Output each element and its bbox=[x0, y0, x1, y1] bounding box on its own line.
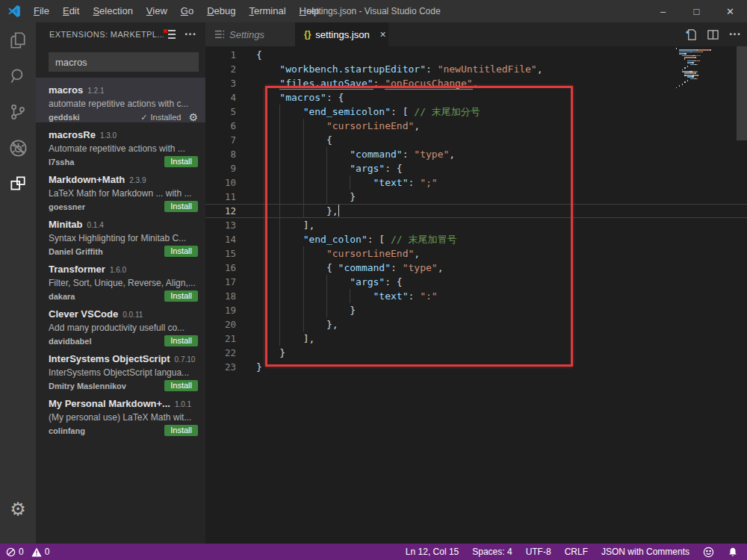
open-changes-icon[interactable] bbox=[686, 29, 697, 40]
code-line: 12 }, bbox=[205, 204, 747, 218]
search-icon[interactable] bbox=[0, 58, 36, 94]
vscode-logo-icon bbox=[7, 4, 21, 18]
menu-view[interactable]: View bbox=[140, 0, 174, 22]
code-token: , bbox=[414, 248, 420, 259]
extension-title-row: Minitab0.1.4 bbox=[49, 217, 198, 231]
debug-disabled-icon[interactable] bbox=[0, 130, 36, 166]
tab-close-icon[interactable]: × bbox=[380, 28, 386, 40]
code-token: : bbox=[409, 177, 421, 188]
extension-item[interactable]: macrosRe1.3.0Automate repetitive actions… bbox=[36, 122, 205, 167]
extension-version: 0.7.10 bbox=[175, 355, 196, 364]
minimap-token bbox=[679, 85, 680, 87]
warning-icon[interactable] bbox=[31, 547, 42, 557]
extension-footer-row: dakaraInstall bbox=[49, 290, 198, 302]
install-button[interactable]: Install bbox=[164, 335, 198, 346]
menu-go[interactable]: Go bbox=[174, 0, 200, 22]
install-button[interactable]: Install bbox=[164, 201, 198, 212]
manage-gear-icon[interactable]: ⚙ bbox=[0, 496, 36, 523]
code-token: : { bbox=[326, 92, 344, 103]
install-button[interactable]: Install bbox=[164, 380, 198, 391]
close-window-button[interactable]: ✕ bbox=[713, 0, 747, 22]
indent-guide bbox=[279, 332, 280, 346]
line-number: 20 bbox=[205, 317, 256, 332]
installed-label: Installed bbox=[150, 113, 181, 122]
code-token bbox=[256, 63, 279, 75]
explorer-icon[interactable] bbox=[0, 22, 36, 58]
code-line: 20 }, bbox=[205, 317, 747, 332]
code-token: { bbox=[326, 134, 332, 146]
indent-guide bbox=[279, 204, 280, 218]
install-button[interactable]: Install bbox=[164, 290, 198, 302]
notifications-bell-icon[interactable] bbox=[728, 547, 738, 558]
menu-file[interactable]: File bbox=[27, 0, 56, 22]
extension-search-input[interactable] bbox=[49, 52, 199, 72]
code-text: { bbox=[256, 48, 747, 62]
install-button[interactable]: Install bbox=[164, 425, 198, 436]
line-number: 12 bbox=[205, 204, 256, 218]
minimap[interactable] bbox=[676, 48, 736, 89]
code-text: "workbench.startupEditor": "newUntitledF… bbox=[256, 62, 747, 76]
extension-item[interactable]: Clever VSCode0.0.11Add many productivity… bbox=[36, 302, 205, 346]
code-token: , bbox=[473, 78, 479, 89]
clear-extension-filter-icon[interactable] bbox=[164, 29, 176, 40]
language-mode[interactable]: JSON with Comments bbox=[601, 547, 689, 557]
code-token: "newUntitledFile" bbox=[438, 63, 537, 75]
indent-guide bbox=[326, 190, 327, 204]
indent-guide bbox=[303, 303, 304, 317]
eol-sequence[interactable]: CRLF bbox=[565, 547, 588, 557]
menu-terminal[interactable]: Terminal bbox=[242, 0, 292, 22]
maximize-button[interactable]: □ bbox=[680, 0, 713, 22]
feedback-smiley-icon[interactable] bbox=[703, 547, 714, 558]
code-text: } bbox=[256, 303, 747, 317]
menu-help[interactable]: Help bbox=[293, 0, 326, 22]
encoding[interactable]: UTF-8 bbox=[526, 547, 551, 557]
sidebar-header: EXTENSIONS: MARKETPL... ··· bbox=[36, 22, 205, 46]
extension-item[interactable]: Transformer1.6.0Filter, Sort, Unique, Re… bbox=[36, 257, 205, 302]
indentation[interactable]: Spaces: 4 bbox=[472, 547, 512, 557]
code-token: "cursorLineEnd" bbox=[326, 120, 414, 131]
line-number: 9 bbox=[205, 161, 256, 175]
extension-description: Add many productivity usefull co... bbox=[49, 323, 198, 333]
source-control-icon[interactable] bbox=[0, 94, 36, 130]
editor-more-actions-icon[interactable]: ··· bbox=[729, 28, 741, 41]
indent-guide bbox=[279, 190, 280, 204]
extension-description: Syntax Highlighting for Minitab C... bbox=[49, 233, 198, 243]
menu-edit[interactable]: Edit bbox=[56, 0, 86, 22]
extension-item[interactable]: My Personal Markdown+...1.0.1(My persona… bbox=[36, 391, 205, 436]
extension-item[interactable]: Markdown+Math2.3.9LaTeX Math for Markdow… bbox=[36, 167, 205, 212]
code-editor[interactable]: 1{2 "workbench.startupEditor": "newUntit… bbox=[205, 46, 747, 544]
split-editor-icon[interactable] bbox=[707, 29, 719, 40]
more-actions-icon[interactable]: ··· bbox=[185, 28, 196, 41]
minimize-button[interactable]: – bbox=[646, 0, 680, 22]
status-right: Ln 12, Col 15 Spaces: 4 UTF-8 CRLF JSON … bbox=[406, 547, 747, 558]
extension-item[interactable]: Minitab0.1.4Syntax Highlighting for Mini… bbox=[36, 212, 205, 257]
minimap-token bbox=[696, 78, 698, 80]
minimap-token bbox=[699, 60, 700, 62]
scrollbar-thumb[interactable] bbox=[737, 46, 747, 140]
extension-version: 0.0.11 bbox=[123, 311, 143, 319]
code-token: "command" bbox=[350, 149, 402, 160]
extensions-icon[interactable] bbox=[0, 166, 36, 202]
indent-guide bbox=[279, 261, 280, 275]
code-token bbox=[256, 78, 279, 89]
install-button[interactable]: Install bbox=[164, 246, 198, 257]
error-icon[interactable] bbox=[6, 547, 16, 557]
error-count[interactable]: 0 bbox=[19, 547, 24, 557]
warning-count[interactable]: 0 bbox=[45, 547, 50, 557]
extension-footer-row: goessnerInstall bbox=[49, 201, 198, 212]
tab-settings[interactable]: Settings bbox=[205, 22, 295, 46]
install-button[interactable]: Install bbox=[164, 156, 198, 167]
tab-settings-json[interactable]: {} settings.json × bbox=[295, 22, 388, 46]
extension-version: 1.3.0 bbox=[100, 131, 117, 140]
menu-debug[interactable]: Debug bbox=[200, 0, 242, 22]
extension-gear-icon[interactable]: ⚙ bbox=[188, 111, 198, 123]
code-text: "end_colon": [ // 末尾加冒号 bbox=[256, 232, 747, 246]
code-token: : [ bbox=[368, 234, 391, 245]
extension-description: automate repetitive actions with c... bbox=[49, 99, 198, 109]
minimap-token bbox=[687, 80, 688, 81]
extension-item[interactable]: macros1.2.1automate repetitive actions w… bbox=[36, 78, 205, 122]
cursor-position[interactable]: Ln 12, Col 15 bbox=[406, 547, 459, 557]
menu-selection[interactable]: Selection bbox=[86, 0, 139, 22]
code-token: "end_semicolon" bbox=[303, 106, 391, 117]
extension-item[interactable]: InterSystems ObjectScript0.7.10InterSyst… bbox=[36, 346, 205, 391]
